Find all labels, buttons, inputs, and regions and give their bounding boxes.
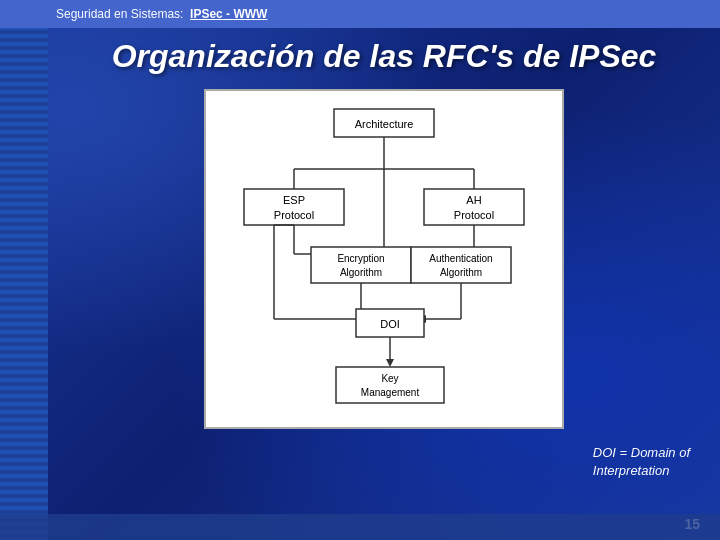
doi-note-line2: Interpretation: [593, 463, 670, 478]
svg-text:Protocol: Protocol: [454, 209, 494, 221]
slide-title: Organización de las RFC's de IPSec: [112, 38, 657, 75]
header-bold: IPSec - WWW: [190, 7, 267, 21]
svg-text:Algorithm: Algorithm: [440, 267, 482, 278]
svg-text:Management: Management: [361, 387, 420, 398]
svg-text:Protocol: Protocol: [274, 209, 314, 221]
left-decorative-stripe: [0, 0, 48, 540]
svg-text:DOI: DOI: [380, 318, 400, 330]
svg-marker-41: [386, 359, 394, 367]
svg-text:Authentication: Authentication: [429, 253, 492, 264]
header-text: Seguridad en Sistemas: IPSec - WWW: [56, 7, 267, 21]
svg-text:Key: Key: [381, 373, 398, 384]
svg-text:Architecture: Architecture: [355, 118, 414, 130]
bottom-bar: [0, 514, 720, 540]
doi-note: DOI = Domain of Interpretation: [593, 444, 690, 480]
diagram-svg: Architecture ESP Protocol AH Protocol: [214, 99, 554, 419]
svg-text:AH: AH: [466, 194, 481, 206]
svg-text:Encryption: Encryption: [337, 253, 384, 264]
doi-note-line1: DOI = Domain of: [593, 445, 690, 460]
header-label: Seguridad en Sistemas:: [56, 7, 183, 21]
svg-text:Algorithm: Algorithm: [340, 267, 382, 278]
diagram-area: Architecture ESP Protocol AH Protocol: [204, 89, 564, 429]
main-content: Organización de las RFC's de IPSec Archi…: [48, 28, 720, 540]
svg-text:ESP: ESP: [283, 194, 305, 206]
header-bar: Seguridad en Sistemas: IPSec - WWW: [0, 0, 720, 28]
